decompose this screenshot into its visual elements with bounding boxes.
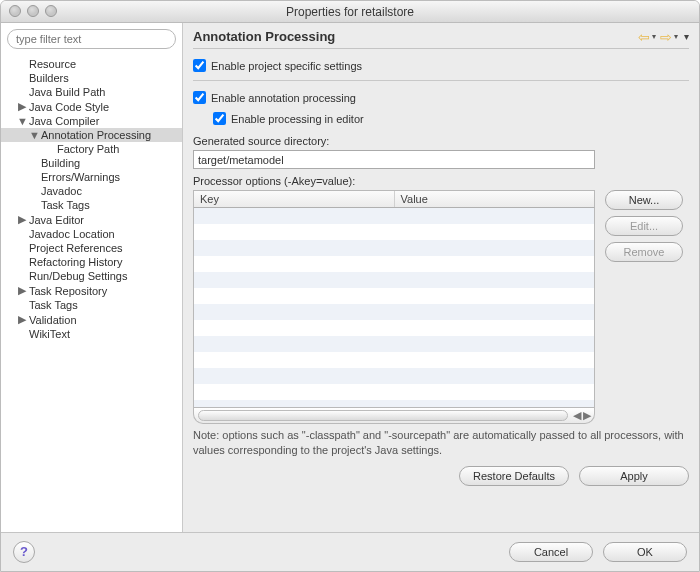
tree-item[interactable]: ▶Validation xyxy=(1,312,182,327)
generated-source-dir-label: Generated source directory: xyxy=(193,135,689,147)
tree-item[interactable]: ▼Annotation Processing xyxy=(1,128,182,142)
table-row[interactable] xyxy=(194,256,594,272)
tree-item[interactable]: Building xyxy=(1,156,182,170)
enable-project-specific-checkbox[interactable] xyxy=(193,59,206,72)
processor-options-row: Key Value ◀▶ New... Edit... Remove xyxy=(193,190,689,424)
tree-item[interactable]: Factory Path xyxy=(1,142,182,156)
scroll-right-icon[interactable]: ▶ xyxy=(583,409,591,422)
tree-item-label: Java Compiler xyxy=(29,115,99,127)
tree-item-label: Validation xyxy=(29,314,77,326)
tree-item[interactable]: Run/Debug Settings xyxy=(1,269,182,283)
note-text: Note: options such as "-classpath" and "… xyxy=(193,428,688,458)
tree-item[interactable]: ▼Java Compiler xyxy=(1,114,182,128)
restore-defaults-button[interactable]: Restore Defaults xyxy=(459,466,569,486)
expanded-icon[interactable]: ▼ xyxy=(17,115,27,127)
table-row[interactable] xyxy=(194,272,594,288)
generated-source-dir-input[interactable] xyxy=(193,150,595,169)
table-row[interactable] xyxy=(194,368,594,384)
collapsed-icon[interactable]: ▶ xyxy=(17,284,27,297)
close-window-button[interactable] xyxy=(9,5,21,17)
tree-item-label: Annotation Processing xyxy=(41,129,151,141)
table-row[interactable] xyxy=(194,384,594,400)
table-row[interactable] xyxy=(194,320,594,336)
arrow-left-icon: ⇦ xyxy=(638,30,650,44)
expanded-icon[interactable]: ▼ xyxy=(29,129,39,141)
enable-processing-in-editor-checkbox[interactable] xyxy=(213,112,226,125)
table-body[interactable] xyxy=(193,208,595,408)
tree-item-label: Run/Debug Settings xyxy=(29,270,127,282)
enable-annotation-processing-checkbox[interactable] xyxy=(193,91,206,104)
collapsed-icon[interactable]: ▶ xyxy=(17,213,27,226)
column-key[interactable]: Key xyxy=(194,191,395,207)
table-header: Key Value xyxy=(193,190,595,208)
tree-item[interactable]: ▶Task Repository xyxy=(1,283,182,298)
scrollbar-buttons: ◀▶ xyxy=(573,409,591,422)
enable-project-specific-row[interactable]: Enable project specific settings xyxy=(193,59,689,72)
tree-item[interactable]: Resource xyxy=(1,57,182,71)
apply-button[interactable]: Apply xyxy=(579,466,689,486)
properties-dialog: Properties for retailstore ResourceBuild… xyxy=(0,0,700,572)
edit-button[interactable]: Edit... xyxy=(605,216,683,236)
remove-button[interactable]: Remove xyxy=(605,242,683,262)
table-row[interactable] xyxy=(194,240,594,256)
tree-item-label: WikiText xyxy=(29,328,70,340)
nav-back[interactable]: ⇦▾ xyxy=(638,30,656,44)
table-row[interactable] xyxy=(194,208,594,224)
enable-annotation-processing-row[interactable]: Enable annotation processing xyxy=(193,91,689,104)
tree-item[interactable]: Javadoc xyxy=(1,184,182,198)
table-row[interactable] xyxy=(194,352,594,368)
window-title: Properties for retailstore xyxy=(1,5,699,19)
tree-item[interactable]: Task Tags xyxy=(1,298,182,312)
tree-item-label: Building xyxy=(41,157,80,169)
tree-item[interactable]: ▶Java Code Style xyxy=(1,99,182,114)
table-row[interactable] xyxy=(194,288,594,304)
tree-item-label: Refactoring History xyxy=(29,256,123,268)
tree-item[interactable]: ▶Java Editor xyxy=(1,212,182,227)
table-row[interactable] xyxy=(194,224,594,240)
tree-item[interactable]: Task Tags xyxy=(1,198,182,212)
sidebar: ResourceBuildersJava Build Path▶Java Cod… xyxy=(1,23,183,532)
tree-item[interactable]: Refactoring History xyxy=(1,255,182,269)
tree-item[interactable]: Javadoc Location xyxy=(1,227,182,241)
tree-item-label: Factory Path xyxy=(57,143,119,155)
zoom-window-button[interactable] xyxy=(45,5,57,17)
tree-item-label: Task Tags xyxy=(29,299,78,311)
tree-item[interactable]: Builders xyxy=(1,71,182,85)
tree-item[interactable]: Errors/Warnings xyxy=(1,170,182,184)
enable-processing-in-editor-row[interactable]: Enable processing in editor xyxy=(213,112,689,125)
view-menu[interactable]: ▾ xyxy=(684,31,689,42)
cancel-button[interactable]: Cancel xyxy=(509,542,593,562)
collapsed-icon[interactable]: ▶ xyxy=(17,313,27,326)
property-tree[interactable]: ResourceBuildersJava Build Path▶Java Cod… xyxy=(1,55,182,532)
tree-item-label: Task Tags xyxy=(41,199,90,211)
nav-forward[interactable]: ⇨▾ xyxy=(660,30,678,44)
titlebar[interactable]: Properties for retailstore xyxy=(1,1,699,23)
tree-item-label: Java Code Style xyxy=(29,101,109,113)
scroll-left-icon[interactable]: ◀ xyxy=(573,409,581,422)
tree-item[interactable]: Project References xyxy=(1,241,182,255)
ok-button[interactable]: OK xyxy=(603,542,687,562)
processor-options-table[interactable]: Key Value ◀▶ xyxy=(193,190,595,424)
table-row[interactable] xyxy=(194,400,594,408)
enable-annotation-processing-label: Enable annotation processing xyxy=(211,92,356,104)
new-button[interactable]: New... xyxy=(605,190,683,210)
filter-container xyxy=(7,29,176,49)
minimize-window-button[interactable] xyxy=(27,5,39,17)
enable-processing-in-editor-label: Enable processing in editor xyxy=(231,113,364,125)
tree-item-label: Javadoc Location xyxy=(29,228,115,240)
tree-item-label: Javadoc xyxy=(41,185,82,197)
horizontal-scrollbar[interactable]: ◀▶ xyxy=(193,408,595,424)
help-button[interactable]: ? xyxy=(13,541,35,563)
tree-item[interactable]: WikiText xyxy=(1,327,182,341)
tree-item-label: Java Editor xyxy=(29,214,84,226)
page-header: Annotation Processing ⇦▾ ⇨▾ ▾ xyxy=(193,29,689,49)
column-value[interactable]: Value xyxy=(395,191,595,207)
collapsed-icon[interactable]: ▶ xyxy=(17,100,27,113)
filter-input[interactable] xyxy=(7,29,176,49)
page-title: Annotation Processing xyxy=(193,29,634,44)
scrollbar-thumb[interactable] xyxy=(198,410,568,421)
tree-item[interactable]: Java Build Path xyxy=(1,85,182,99)
table-row[interactable] xyxy=(194,336,594,352)
table-row[interactable] xyxy=(194,304,594,320)
separator xyxy=(193,80,689,81)
